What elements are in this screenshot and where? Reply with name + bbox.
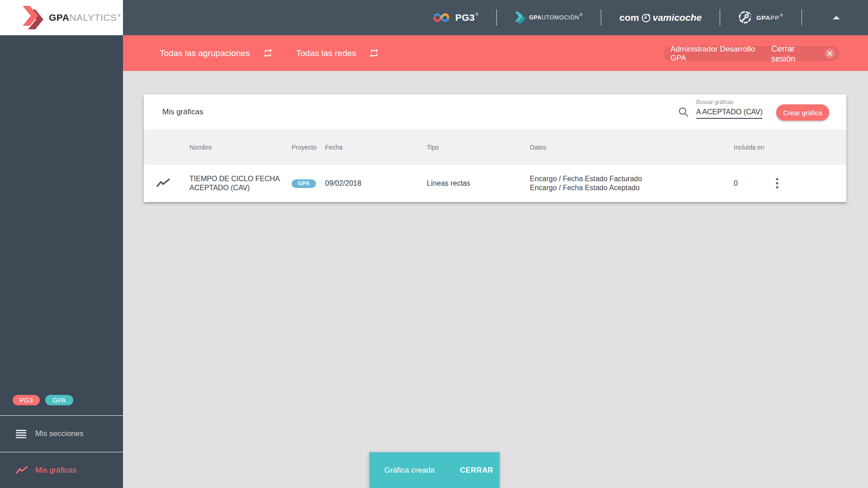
swap-groupings-icon [263, 48, 273, 58]
cell-datos: Encargo / Fecha Estado Facturado Encargo… [530, 165, 642, 202]
partner-logos: PG3® GPAUTOMOCIÓN® com vamicoche [432, 0, 868, 35]
badge-gpa[interactable]: GPA [45, 395, 73, 405]
gpanalytics-arrow-icon [23, 6, 43, 29]
gpanalytics-wordmark: GPANALYTICS® [49, 12, 121, 23]
sidebar-item-mis-graficas[interactable]: Mis gráficas [0, 452, 123, 488]
groupings-selector[interactable]: Todas las agrupaciones [160, 35, 273, 71]
snackbar-close-button[interactable]: CERRAR [460, 466, 493, 474]
pg3-infinity-icon [432, 11, 451, 24]
gpapp-wrench-icon [738, 11, 752, 24]
column-header-fecha: Fecha [325, 130, 343, 165]
divider [720, 9, 720, 26]
logout-button[interactable]: Cerrar sesión [771, 44, 835, 64]
divider [802, 9, 802, 26]
cell-incluida-en: 0 [734, 165, 738, 202]
project-badge: GPA [292, 179, 316, 188]
logged-user-label[interactable]: Administrador Desarrollo GPA [670, 45, 771, 63]
gpautomocion-logo[interactable]: GPAUTOMOCIÓN® [515, 12, 583, 23]
sidebar: PG3 GPA Mis secciones Mis gráficas [0, 35, 123, 488]
snackbar: Gráfica creada CERRAR [369, 452, 500, 488]
column-header-incluida-en: Incluida en [734, 130, 764, 165]
gpautomocion-wordmark: GPAUTOMOCIÓN® [529, 14, 583, 21]
search-value-text: A ACEPTADO (CAV) [696, 108, 762, 116]
column-header-datos: Datos [530, 130, 547, 165]
line-chart-icon [16, 466, 29, 475]
row-line-chart-icon [156, 165, 170, 202]
pg3-logo[interactable]: PG3® [432, 11, 478, 24]
divider [496, 9, 497, 26]
table-header: Nombre Proyecto Fecha Tipo Datos Incluid… [144, 130, 846, 165]
networks-selector[interactable]: Todas las redes [296, 35, 379, 71]
gpapp-wordmark: GPAPP® [756, 14, 783, 21]
divider [601, 9, 601, 26]
gpanalytics-logo[interactable]: GPANALYTICS® [0, 0, 123, 35]
snackbar-message: Gráfica creada [384, 466, 435, 475]
session-pill: Administrador Desarrollo GPA Cerrar sesi… [663, 46, 840, 61]
filter-bar: Todas las agrupaciones Todas las redes A… [123, 35, 868, 71]
collapse-header-arrow-icon[interactable] [833, 16, 840, 19]
sections-list-icon [16, 430, 29, 438]
sidebar-item-mis-secciones[interactable]: Mis secciones [0, 416, 123, 452]
top-navigation-bar: GPANALYTICS® PG3® GPAUTOMOCIÓN® com [0, 0, 868, 35]
cell-fecha: 09/02/2018 [325, 165, 361, 202]
cell-nombre: TIEMPO DE CICLO FECHA ACEPTADO (CAV) [189, 165, 280, 202]
gpapp-logo[interactable]: GPAPP® [738, 11, 783, 24]
column-header-tipo: Tipo [427, 130, 439, 165]
sidebar-badges: PG3 GPA [0, 395, 123, 409]
cell-proyecto: GPA [292, 165, 316, 202]
logout-circle-x-icon [824, 48, 835, 59]
card-header: Mis gráficas Buscar gráficas A ACEPTADO … [144, 94, 846, 130]
row-menu-kebab-icon[interactable] [771, 165, 783, 202]
search-input[interactable]: Buscar gráficas A ACEPTADO (CAV) [696, 99, 762, 119]
gpautomocion-arrow-icon [515, 12, 525, 23]
search-floating-label: Buscar gráficas [696, 99, 762, 105]
cell-tipo: Líneas rectas [427, 165, 470, 202]
page-title: Mis gráficas [162, 94, 203, 130]
swap-networks-icon [369, 48, 379, 58]
clock-icon [641, 12, 651, 23]
badge-pg3[interactable]: PG3 [13, 395, 40, 405]
my-charts-card: Mis gráficas Buscar gráficas A ACEPTADO … [144, 94, 846, 202]
search-icon[interactable] [678, 106, 689, 118]
create-chart-button[interactable]: Crear gráfica [776, 104, 829, 121]
search-value-wrap: A ACEPTADO (CAV) [696, 106, 762, 119]
column-header-proyecto: Proyecto [292, 130, 316, 165]
table-row[interactable]: TIEMPO DE CICLO FECHA ACEPTADO (CAV) GPA… [144, 165, 846, 202]
column-header-nombre: Nombre [189, 130, 212, 165]
comprovamicoche-logo[interactable]: com vamicoche [619, 12, 702, 23]
